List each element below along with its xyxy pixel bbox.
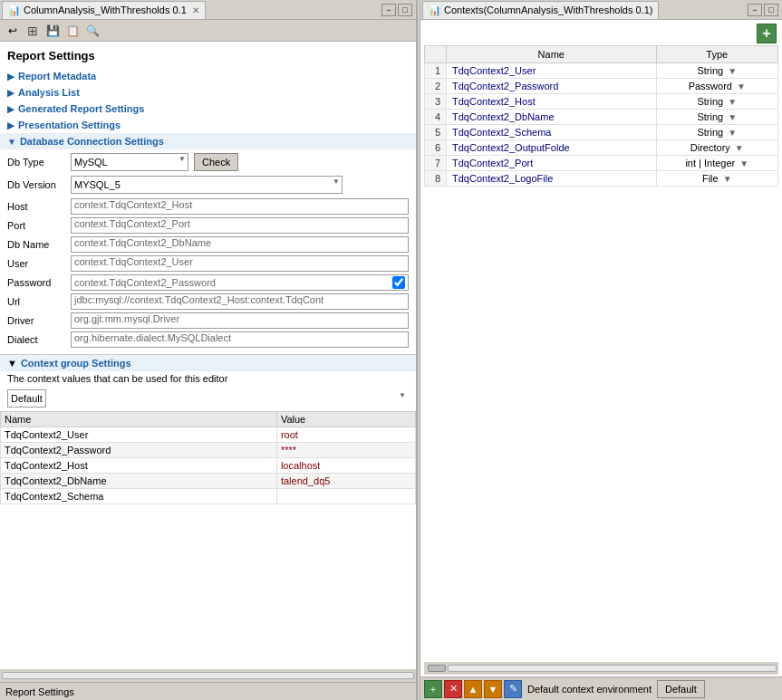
- context-table-row[interactable]: TdqContext2_DbName talend_dq5: [1, 474, 416, 489]
- context-row-value: localhost: [276, 458, 415, 474]
- context-group-description: The context values that can be used for …: [0, 371, 416, 388]
- contexts-table-row[interactable]: 6 TdqContext2_OutputFolde Directory ▼: [425, 140, 778, 156]
- field-dbname: Db Name context.TdqContext2_DbName: [7, 236, 409, 253]
- row-name: TdqContext2_Host: [447, 94, 657, 110]
- right-scroll-handle[interactable]: [428, 665, 446, 672]
- field-dbname-input[interactable]: context.TdqContext2_DbName: [71, 236, 409, 253]
- db-type-select[interactable]: MySQL: [71, 153, 188, 171]
- left-minimize-btn[interactable]: −: [381, 4, 396, 16]
- right-tab[interactable]: 📊 Contexts(ColumnAnalysis_WithThresholds…: [422, 1, 659, 19]
- presentation-settings-arrow: ▶: [7, 120, 14, 130]
- right-tab-icon: 📊: [429, 5, 441, 16]
- db-connection-header[interactable]: ▼ Database Connection Settings: [0, 133, 416, 149]
- contexts-table-row[interactable]: 5 TdqContext2_Schema String ▼: [425, 125, 778, 140]
- contexts-table-row[interactable]: 4 TdqContext2_DbName String ▼: [425, 110, 778, 125]
- db-type-select-wrapper: MySQL: [71, 153, 188, 171]
- type-dropdown-icon[interactable]: ▼: [728, 128, 737, 138]
- type-dropdown-icon[interactable]: ▼: [739, 158, 748, 168]
- context-table-row[interactable]: TdqContext2_Host localhost: [1, 458, 416, 474]
- toolbar-save-btn[interactable]: 💾: [43, 22, 62, 40]
- left-bottom-tab[interactable]: Report Settings: [0, 682, 416, 700]
- row-num: 2: [425, 79, 447, 94]
- right-top-toolbar: +: [420, 20, 782, 45]
- col-type-header: Type: [656, 46, 777, 63]
- right-tab-bar: 📊 Contexts(ColumnAnalysis_WithThresholds…: [420, 0, 782, 20]
- left-scroll-track[interactable]: [2, 672, 414, 679]
- contexts-table-row[interactable]: 1 TdqContext2_User String ▼: [425, 63, 778, 79]
- analysis-list-section: ▶ Analysis List: [0, 84, 416, 101]
- context-table-container: Name Value TdqContext2_User root TdqCont…: [0, 411, 416, 504]
- field-host-label: Host: [7, 201, 71, 212]
- field-url-input[interactable]: jdbc:mysql://context.TdqContext2_Host:co…: [71, 293, 409, 310]
- context-col-value: Value: [276, 412, 415, 427]
- right-maximize-btn[interactable]: □: [764, 4, 778, 16]
- db-type-row: Db Type MySQL Check: [7, 153, 409, 171]
- left-horizontal-scrollbar[interactable]: [0, 669, 416, 682]
- left-tab[interactable]: 📊 ColumnAnalysis_WithThresholds 0.1 ✕: [2, 1, 206, 19]
- row-name: TdqContext2_Password: [447, 79, 657, 94]
- row-type: String ▼: [656, 94, 777, 110]
- check-button[interactable]: Check: [194, 153, 238, 171]
- contexts-table-row[interactable]: 7 TdqContext2_Port int | Integer ▼: [425, 156, 778, 171]
- field-port-input[interactable]: context.TdqContext2_Port: [71, 217, 409, 234]
- analysis-list-label: Analysis List: [18, 87, 80, 98]
- field-password: Password context.TdqContext2_Password: [7, 274, 409, 291]
- generated-report-label: Generated Report Settings: [18, 103, 144, 114]
- left-tab-close[interactable]: ✕: [192, 5, 199, 15]
- type-dropdown-icon[interactable]: ▼: [728, 112, 737, 122]
- field-user-input[interactable]: context.TdqContext2_User: [71, 255, 409, 272]
- field-dialect-input[interactable]: org.hibernate.dialect.MySQLDialect: [71, 331, 409, 348]
- right-horizontal-scrollbar[interactable]: [424, 662, 778, 675]
- row-type: int | Integer ▼: [656, 156, 777, 171]
- context-table: Name Value TdqContext2_User root TdqCont…: [0, 411, 416, 504]
- type-dropdown-icon[interactable]: ▼: [728, 66, 737, 76]
- report-metadata-header[interactable]: ▶ Report Metadata: [0, 68, 416, 84]
- generated-report-header[interactable]: ▶ Generated Report Settings: [0, 101, 416, 117]
- type-dropdown-icon[interactable]: ▼: [737, 82, 746, 91]
- contexts-table-row[interactable]: 8 TdqContext2_LogoFile File ▼: [425, 171, 778, 187]
- row-type: String ▼: [656, 110, 777, 125]
- rb-delete-btn[interactable]: ✕: [444, 680, 462, 698]
- type-dropdown-icon[interactable]: ▼: [723, 174, 732, 184]
- default-btn[interactable]: Default: [657, 680, 705, 698]
- context-group-header[interactable]: ▼ Context group Settings: [0, 354, 416, 371]
- context-table-row[interactable]: TdqContext2_Password ****: [1, 443, 416, 458]
- left-bottom-tab-label: Report Settings: [5, 686, 74, 697]
- right-scroll-track[interactable]: [448, 665, 777, 672]
- field-password-input[interactable]: context.TdqContext2_Password: [71, 274, 409, 291]
- db-connection-content: Db Type MySQL Check Db Version: [0, 149, 416, 354]
- right-minimize-btn[interactable]: −: [748, 4, 762, 16]
- db-version-select[interactable]: MYSQL_5: [71, 176, 343, 194]
- context-group-label: Context group Settings: [21, 358, 131, 369]
- rb-edit-btn[interactable]: ✎: [504, 680, 522, 698]
- field-password-label: Password: [7, 277, 71, 288]
- field-host-input[interactable]: context.TdqContext2_Host: [71, 198, 409, 215]
- toolbar-copy-btn[interactable]: 📋: [63, 22, 82, 40]
- context-dropdown[interactable]: Default: [7, 389, 46, 408]
- toolbar-back-btn[interactable]: ↩: [4, 22, 22, 40]
- analysis-list-header[interactable]: ▶ Analysis List: [0, 84, 416, 101]
- left-maximize-btn[interactable]: □: [398, 4, 412, 16]
- toolbar-search-btn[interactable]: 🔍: [83, 22, 101, 40]
- add-context-btn[interactable]: +: [757, 24, 777, 43]
- db-connection-label: Database Connection Settings: [20, 136, 164, 147]
- toolbar-add-btn[interactable]: ⊞: [24, 22, 42, 40]
- report-metadata-arrow: ▶: [7, 72, 14, 82]
- context-table-row[interactable]: TdqContext2_Schema: [1, 489, 416, 504]
- password-checkbox[interactable]: [392, 276, 405, 289]
- rb-down-btn[interactable]: ▼: [484, 680, 502, 698]
- type-dropdown-icon[interactable]: ▼: [728, 97, 737, 107]
- context-table-row[interactable]: TdqContext2_User root: [1, 427, 416, 443]
- field-port-label: Port: [7, 220, 71, 231]
- field-driver-input[interactable]: org.gjt.mm.mysql.Driver: [71, 312, 409, 329]
- contexts-table-row[interactable]: 2 TdqContext2_Password Password ▼: [425, 79, 778, 94]
- contexts-table-wrapper[interactable]: Name Type 1 TdqContext2_User String ▼ 2 …: [420, 45, 782, 660]
- field-dialect: Dialect org.hibernate.dialect.MySQLDiale…: [7, 331, 409, 348]
- rb-add-btn[interactable]: +: [424, 680, 442, 698]
- presentation-settings-header[interactable]: ▶ Presentation Settings: [0, 117, 416, 133]
- row-name: TdqContext2_DbName: [447, 110, 657, 125]
- type-dropdown-icon[interactable]: ▼: [735, 143, 744, 153]
- rb-up-btn[interactable]: ▲: [464, 680, 482, 698]
- contexts-table-row[interactable]: 3 TdqContext2_Host String ▼: [425, 94, 778, 110]
- context-row-name: TdqContext2_DbName: [1, 474, 277, 489]
